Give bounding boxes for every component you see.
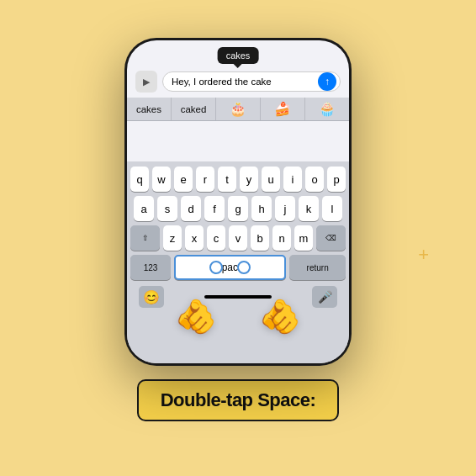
bottom-label-text: Double-tap Space: xyxy=(161,389,316,410)
key-row-1: q w e r t y u i o p xyxy=(130,167,346,192)
key-j[interactable]: j xyxy=(275,196,295,221)
keyboard-bottom-bar: 😊 🎤 xyxy=(130,284,346,309)
key-w[interactable]: w xyxy=(152,167,171,192)
key-e[interactable]: e xyxy=(174,167,193,192)
key-y[interactable]: y xyxy=(240,167,258,192)
key-row-2: a s d f g h j k l xyxy=(130,196,346,221)
key-z[interactable]: z xyxy=(163,225,182,251)
bottom-label: Double-tap Space: xyxy=(137,379,340,421)
key-f[interactable]: f xyxy=(204,196,225,221)
autocomplete-bar: cakes caked 🎂 🍰 🧁 xyxy=(127,98,349,121)
key-a[interactable]: a xyxy=(134,196,154,221)
key-return[interactable]: return xyxy=(289,255,346,280)
plus-decoration: + xyxy=(418,244,429,266)
keyboard: q w e r t y u i o p a s d f g xyxy=(127,161,349,363)
text-input-wrapper[interactable]: Hey, I ordered the cake xyxy=(162,71,341,92)
key-x[interactable]: x xyxy=(185,225,204,251)
emoji-key[interactable]: 😊 xyxy=(139,286,164,308)
autocomplete-item-caked[interactable]: caked xyxy=(172,98,216,120)
phone-inner: cakes ▶ Hey, I ordered the cake cakes ca… xyxy=(127,40,349,363)
mic-button[interactable]: ▶ xyxy=(135,71,157,93)
autocomplete-item-emoji3[interactable]: 🧁 xyxy=(305,98,349,120)
key-d[interactable]: d xyxy=(181,196,201,221)
key-k[interactable]: k xyxy=(299,196,319,221)
key-row-4: 123 space return xyxy=(130,255,346,280)
key-row-3: ⇧ z x c v b n m ⌫ xyxy=(130,225,346,251)
key-v[interactable]: v xyxy=(229,225,247,251)
phone: cakes ▶ Hey, I ordered the cake cakes ca… xyxy=(124,38,352,366)
autocomplete-item-cakes[interactable]: cakes xyxy=(127,98,172,120)
key-q[interactable]: q xyxy=(130,167,149,192)
key-p[interactable]: p xyxy=(327,167,346,192)
key-i[interactable]: i xyxy=(283,167,302,192)
key-h[interactable]: h xyxy=(251,196,272,221)
space-circle-right xyxy=(237,261,251,274)
key-numbers[interactable]: 123 xyxy=(130,255,171,280)
key-delete[interactable]: ⌫ xyxy=(316,225,346,251)
input-bar: ▶ Hey, I ordered the cake xyxy=(135,71,341,93)
key-u[interactable]: u xyxy=(262,167,280,192)
key-t[interactable]: t xyxy=(218,167,236,192)
key-c[interactable]: c xyxy=(207,225,225,251)
key-l[interactable]: l xyxy=(322,196,342,221)
autocomplete-item-emoji2[interactable]: 🍰 xyxy=(261,98,305,120)
key-b[interactable]: b xyxy=(251,225,269,251)
send-button[interactable] xyxy=(318,72,336,91)
key-o[interactable]: o xyxy=(305,167,324,192)
key-shift[interactable]: ⇧ xyxy=(130,225,160,251)
mic-key[interactable]: 🎤 xyxy=(312,286,337,308)
key-r[interactable]: r xyxy=(196,167,214,192)
input-text: Hey, I ordered the cake xyxy=(172,77,272,87)
key-m[interactable]: m xyxy=(294,225,313,251)
phone-wrapper: cakes ▶ Hey, I ordered the cake cakes ca… xyxy=(124,38,352,366)
key-n[interactable]: n xyxy=(272,225,291,251)
tooltip-text: cakes xyxy=(226,50,251,61)
space-circle-left xyxy=(209,261,223,274)
key-s[interactable]: s xyxy=(157,196,177,221)
key-g[interactable]: g xyxy=(228,196,248,221)
key-space[interactable]: space xyxy=(174,255,286,280)
key-space-wrapper: space xyxy=(174,255,286,280)
tooltip: cakes xyxy=(218,47,259,64)
autocomplete-item-emoji1[interactable]: 🎂 xyxy=(216,98,261,120)
home-indicator xyxy=(204,295,272,299)
